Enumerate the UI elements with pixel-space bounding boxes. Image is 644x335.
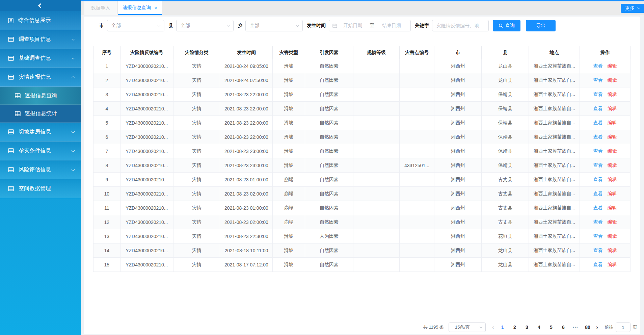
page-size-value: 15条/页 bbox=[455, 324, 470, 330]
view-link[interactable]: 查看 bbox=[593, 262, 603, 267]
pagination: 共 1195 条 15条/页 ‹ 123456···80 › 前往 页 bbox=[423, 323, 637, 332]
data-table: 序号灾险情反馈编号灾险情分类发生时间灾害类型引发因素规模等级灾害点编号市县地点操… bbox=[93, 46, 630, 272]
cell-time: 2021-08-23 22:00:00 bbox=[220, 116, 273, 130]
table-row: 4YZD43000020210...灾情2021-08-23 22:00:00滑… bbox=[93, 102, 630, 116]
search-button[interactable]: 查询 bbox=[493, 20, 520, 31]
prev-page-button[interactable]: ‹ bbox=[492, 324, 494, 330]
cell-location: 湘西土家族苗族自... bbox=[529, 102, 580, 116]
edit-link[interactable]: 编辑 bbox=[608, 92, 617, 97]
cell-category: 灾情 bbox=[173, 201, 220, 215]
county-select[interactable]: 全部 bbox=[176, 20, 234, 31]
tab-inactive[interactable]: 数据导入 bbox=[84, 1, 117, 15]
cell-category: 灾情 bbox=[173, 130, 220, 144]
view-link[interactable]: 查看 bbox=[593, 148, 603, 154]
page-3[interactable]: 3 bbox=[522, 325, 532, 330]
view-link[interactable]: 查看 bbox=[593, 120, 603, 125]
more-button[interactable]: 更多 bbox=[621, 4, 644, 13]
cell-city: 湘西州 bbox=[434, 215, 482, 229]
view-link[interactable]: 查看 bbox=[593, 177, 603, 182]
cell-factor: 自然因素 bbox=[305, 173, 353, 187]
edit-link[interactable]: 编辑 bbox=[608, 134, 617, 139]
view-link[interactable]: 查看 bbox=[593, 106, 603, 111]
sidebar-subitem[interactable]: 速报信息统计 bbox=[0, 105, 81, 123]
city-filter-label: 市 bbox=[99, 23, 104, 29]
edit-link[interactable]: 编辑 bbox=[608, 63, 617, 69]
edit-link[interactable]: 编辑 bbox=[608, 120, 617, 125]
view-link[interactable]: 查看 bbox=[593, 162, 603, 168]
edit-link[interactable]: 编辑 bbox=[608, 106, 617, 111]
jump-page-input[interactable] bbox=[616, 323, 630, 332]
sidebar-item[interactable]: 基础调查信息 bbox=[0, 49, 81, 68]
cell-factor: 自然因素 bbox=[305, 144, 353, 158]
edit-link[interactable]: 编辑 bbox=[608, 177, 617, 182]
view-link[interactable]: 查看 bbox=[593, 248, 603, 253]
cell-time: 2021-08-24 07:50:00 bbox=[220, 73, 273, 87]
township-select[interactable]: 全部 bbox=[245, 20, 303, 31]
cell-location: 湘西土家族苗族自... bbox=[529, 229, 580, 243]
cell-actions: 查看编辑 bbox=[580, 144, 630, 158]
page-1[interactable]: 1 bbox=[498, 325, 508, 330]
close-icon[interactable]: × bbox=[154, 5, 157, 11]
sidebar-subitem-label: 速报信息查询 bbox=[25, 92, 57, 99]
cell-category: 灾情 bbox=[173, 158, 220, 173]
view-link[interactable]: 查看 bbox=[593, 191, 603, 196]
column-header-code: 灾险情反馈编号 bbox=[120, 46, 173, 59]
tab-bar: 数据导入速报信息查询× 更多 bbox=[81, 1, 644, 15]
page-5[interactable]: 5 bbox=[546, 325, 556, 330]
page-4[interactable]: 4 bbox=[534, 325, 544, 330]
next-page-button[interactable]: › bbox=[596, 324, 598, 330]
start-date-input[interactable]: 开始日期 bbox=[337, 23, 369, 29]
cell-code: YZD43000020210... bbox=[120, 258, 173, 272]
total-count: 共 1195 条 bbox=[423, 324, 444, 330]
edit-link[interactable]: 编辑 bbox=[608, 77, 617, 83]
edit-link[interactable]: 编辑 bbox=[608, 219, 617, 225]
cell-time: 2021-08-24 09:05:00 bbox=[220, 59, 273, 73]
sidebar-item[interactable]: 风险评估信息 bbox=[0, 160, 81, 179]
cell-type: 滑坡 bbox=[273, 59, 305, 73]
cell-point bbox=[399, 258, 434, 272]
view-link[interactable]: 查看 bbox=[593, 63, 603, 69]
view-link[interactable]: 查看 bbox=[593, 134, 603, 139]
sidebar-collapse-button[interactable] bbox=[0, 0, 81, 11]
cell-type: 滑坡 bbox=[273, 87, 305, 102]
table-row: 13YZD43000020210...灾情2021-08-23 22:30:00… bbox=[93, 229, 630, 243]
keyword-input[interactable] bbox=[432, 20, 489, 31]
sidebar-item[interactable]: 综合信息展示 bbox=[0, 11, 81, 30]
page-size-select[interactable]: 15条/页 bbox=[449, 323, 486, 332]
sidebar-item[interactable]: 空间数据管理 bbox=[0, 179, 81, 198]
cell-index: 7 bbox=[93, 144, 120, 158]
cell-actions: 查看编辑 bbox=[580, 201, 630, 215]
edit-link[interactable]: 编辑 bbox=[608, 162, 617, 168]
sidebar-item[interactable]: 切坡建房信息 bbox=[0, 123, 81, 141]
sidebar-subitem[interactable]: 速报信息查询 bbox=[0, 87, 81, 105]
view-link[interactable]: 查看 bbox=[593, 205, 603, 210]
date-range-picker[interactable]: 开始日期 至 结束日期 bbox=[329, 20, 411, 31]
edit-link[interactable]: 编辑 bbox=[608, 191, 617, 196]
edit-link[interactable]: 编辑 bbox=[608, 148, 617, 154]
view-link[interactable]: 查看 bbox=[593, 233, 603, 239]
edit-link[interactable]: 编辑 bbox=[608, 205, 617, 210]
page-2[interactable]: 2 bbox=[510, 325, 520, 330]
edit-link[interactable]: 编辑 bbox=[608, 233, 617, 239]
cell-point bbox=[399, 102, 434, 116]
city-select[interactable]: 全部 bbox=[107, 20, 164, 31]
sidebar-item[interactable]: 孕灾条件信息 bbox=[0, 141, 81, 160]
cell-time: 2021-08-23 22:00:00 bbox=[220, 130, 273, 144]
cell-county: 龙山县 bbox=[482, 73, 529, 87]
cell-category: 灾情 bbox=[173, 187, 220, 201]
table-row: 5YZD43000020210...灾情2021-08-23 22:00:00滑… bbox=[93, 116, 630, 130]
view-link[interactable]: 查看 bbox=[593, 92, 603, 97]
tab-active[interactable]: 速报信息查询× bbox=[118, 1, 162, 15]
edit-link[interactable]: 编辑 bbox=[608, 248, 617, 253]
view-link[interactable]: 查看 bbox=[593, 77, 603, 83]
edit-link[interactable]: 编辑 bbox=[608, 262, 617, 267]
page-80[interactable]: 80 bbox=[583, 325, 593, 330]
cell-type: 滑坡 bbox=[273, 158, 305, 173]
view-link[interactable]: 查看 bbox=[593, 219, 603, 225]
sidebar-item[interactable]: 灾情速报信息 bbox=[0, 68, 81, 87]
cell-county: 龙山县 bbox=[482, 243, 529, 258]
page-6[interactable]: 6 bbox=[558, 325, 568, 330]
export-button[interactable]: 导出 bbox=[526, 20, 556, 31]
sidebar-item[interactable]: 调查项目信息 bbox=[0, 30, 81, 49]
end-date-input[interactable]: 结束日期 bbox=[376, 23, 407, 29]
